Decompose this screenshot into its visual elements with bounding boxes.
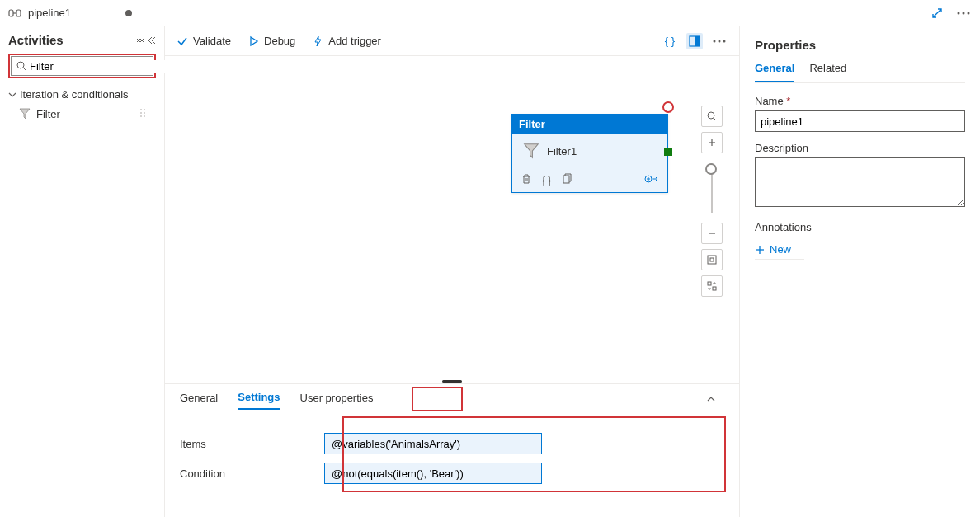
svg-point-16 (714, 40, 716, 42)
validate-button[interactable]: Validate (177, 35, 231, 47)
validation-error-icon (662, 101, 674, 113)
svg-point-13 (144, 115, 145, 117)
output-handle[interactable] (664, 148, 672, 156)
properties-toggle-icon[interactable] (686, 33, 703, 49)
activity-search-field[interactable] (30, 60, 168, 73)
tab-user-properties[interactable]: User properties (300, 392, 374, 409)
activities-sidebar: Activities Iteration & conditionals Filt… (0, 26, 165, 517)
canvas-search-button[interactable] (701, 106, 723, 127)
svg-rect-30 (708, 282, 711, 285)
svg-point-5 (968, 12, 970, 14)
activity-search-input[interactable] (11, 56, 153, 76)
description-textarea[interactable] (755, 157, 965, 207)
svg-rect-15 (695, 36, 700, 46)
description-label: Description (755, 142, 965, 154)
more-icon[interactable] (955, 5, 972, 21)
svg-rect-1 (16, 10, 21, 16)
svg-rect-31 (713, 287, 716, 290)
drag-handle-icon (139, 108, 146, 120)
svg-rect-29 (710, 258, 714, 261)
delete-icon[interactable] (521, 173, 532, 187)
pipeline-toolbar: Validate Debug Add trigger { } (165, 26, 739, 56)
svg-point-3 (958, 12, 960, 14)
zoom-out-button[interactable] (701, 223, 723, 244)
props-tab-general[interactable]: General (755, 62, 794, 82)
svg-line-7 (23, 68, 26, 70)
svg-rect-19 (563, 176, 569, 183)
pipeline-icon (8, 7, 21, 20)
props-tab-related[interactable]: Related (809, 62, 846, 82)
add-annotation-button[interactable]: New (755, 240, 804, 260)
copy-icon[interactable] (561, 173, 572, 187)
annotations-label: Annotations (755, 221, 965, 233)
svg-point-10 (140, 112, 142, 114)
unsaved-indicator-icon (125, 10, 132, 16)
properties-panel: Properties General Related Name * Descri… (739, 26, 980, 517)
svg-point-23 (708, 112, 714, 119)
collapse-panel-icon[interactable] (706, 394, 724, 407)
collapse-sidebar-icon[interactable] (136, 36, 156, 45)
pipeline-tab[interactable]: pipeline1 (0, 0, 165, 26)
node-name: Filter1 (547, 145, 577, 157)
activity-filter[interactable]: Filter (8, 104, 156, 124)
fit-screen-button[interactable] (701, 249, 723, 270)
zoom-slider-thumb[interactable] (705, 163, 717, 175)
code-icon[interactable]: { } (542, 175, 551, 186)
properties-heading: Properties (755, 38, 965, 52)
filter-activity-node[interactable]: Filter Filter1 { } (511, 114, 668, 193)
expand-icon[interactable] (929, 5, 945, 21)
debug-button[interactable]: Debug (247, 35, 295, 47)
tab-title: pipeline1 (28, 7, 71, 19)
pipeline-canvas[interactable]: Filter Filter1 { } (165, 56, 739, 378)
plus-icon (755, 245, 765, 255)
name-label: Name (755, 95, 784, 107)
pipeline-name-input[interactable] (755, 110, 965, 132)
svg-line-24 (714, 118, 716, 120)
svg-point-17 (719, 40, 721, 42)
expand-node-icon[interactable] (644, 173, 659, 187)
zoom-slider[interactable] (711, 163, 713, 213)
condition-input[interactable] (324, 463, 542, 484)
code-icon[interactable]: { } (662, 33, 678, 49)
svg-point-18 (723, 40, 726, 42)
svg-point-11 (144, 112, 145, 114)
svg-point-8 (140, 109, 142, 110)
category-iteration-conditionals[interactable]: Iteration & conditionals (8, 85, 156, 104)
condition-label: Condition (180, 468, 324, 480)
required-indicator: * (786, 95, 790, 107)
chevron-down-icon (8, 91, 16, 99)
auto-align-button[interactable] (701, 275, 723, 297)
node-type-label: Filter (512, 115, 667, 134)
svg-point-6 (17, 62, 24, 68)
svg-rect-28 (708, 256, 716, 264)
svg-rect-0 (9, 10, 13, 16)
tab-settings[interactable]: Settings (238, 391, 280, 410)
items-input[interactable] (324, 433, 542, 454)
activities-heading: Activities (8, 33, 136, 47)
svg-point-4 (963, 12, 965, 14)
search-icon (16, 61, 26, 71)
filter-icon (522, 142, 540, 160)
filter-icon (18, 107, 31, 120)
svg-point-9 (144, 109, 145, 110)
tab-general[interactable]: General (180, 392, 218, 409)
svg-point-12 (140, 115, 142, 117)
add-trigger-button[interactable]: Add trigger (312, 35, 381, 47)
items-label: Items (180, 438, 324, 450)
zoom-in-button[interactable] (701, 132, 723, 153)
toolbar-more-icon[interactable] (711, 33, 728, 49)
